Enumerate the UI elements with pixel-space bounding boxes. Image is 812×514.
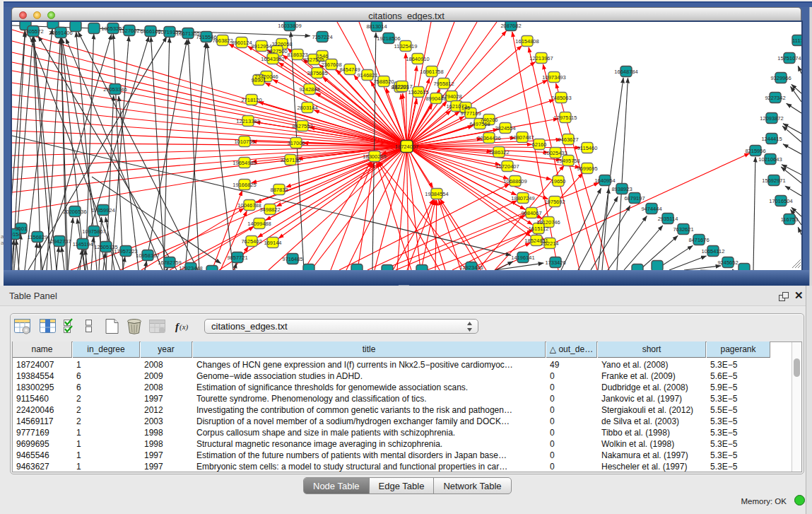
- svg-text:15692971: 15692971: [762, 177, 785, 184]
- svg-text:7485063: 7485063: [551, 95, 571, 101]
- svg-text:9329966: 9329966: [770, 75, 791, 81]
- svg-text:20691406: 20691406: [49, 30, 72, 36]
- svg-text:17957223: 17957223: [114, 248, 137, 255]
- svg-text:9474444: 9474444: [641, 206, 661, 212]
- svg-text:9777169: 9777169: [460, 110, 481, 117]
- svg-text:9716485: 9716485: [282, 256, 302, 262]
- svg-text:1362615: 1362615: [408, 89, 428, 95]
- svg-text:8990448: 8990448: [425, 95, 446, 102]
- svg-text:10046788: 10046788: [237, 202, 261, 209]
- svg-text:19650: 19650: [551, 178, 566, 185]
- svg-text:10654112: 10654112: [702, 248, 725, 255]
- svg-text:2087682: 2087682: [500, 23, 521, 29]
- svg-text:12093872: 12093872: [760, 115, 783, 122]
- svg-text:2367608: 2367608: [321, 62, 341, 68]
- svg-text:1244415: 1244415: [761, 136, 782, 142]
- svg-text:116753: 116753: [781, 216, 798, 223]
- svg-text:2935114: 2935114: [658, 216, 678, 222]
- svg-text:12923446: 12923446: [459, 264, 483, 271]
- svg-text:16961758: 16961758: [420, 69, 443, 75]
- svg-text:16154808: 16154808: [515, 38, 539, 45]
- svg-text:1010755: 1010755: [234, 139, 254, 145]
- svg-text:20364436: 20364436: [477, 135, 500, 141]
- svg-text:9084067: 9084067: [521, 210, 541, 216]
- svg-text:11325419: 11325419: [394, 43, 418, 49]
- svg-text:317006: 317006: [287, 140, 305, 146]
- svg-text:7625402: 7625402: [241, 238, 261, 245]
- svg-text:1145194: 1145194: [73, 241, 93, 247]
- svg-text:7632621: 7632621: [673, 226, 693, 233]
- svg-text:9827500: 9827500: [266, 48, 287, 54]
- svg-text:19495758: 19495758: [556, 158, 579, 164]
- svg-text:7955812: 7955812: [433, 81, 454, 87]
- svg-text:10973493: 10973493: [542, 74, 565, 81]
- svg-text:7663822: 7663822: [212, 37, 233, 44]
- svg-text:62160: 62160: [532, 141, 547, 148]
- svg-text:16648784: 16648784: [614, 69, 637, 75]
- svg-text:8215956: 8215956: [745, 148, 765, 154]
- svg-text:8960124: 8960124: [231, 40, 252, 46]
- svg-text:18300295: 18300295: [363, 153, 386, 160]
- svg-text:12942737: 12942737: [47, 238, 71, 245]
- svg-text:12213967: 12213967: [529, 55, 553, 62]
- svg-text:252214: 252214: [541, 240, 558, 247]
- svg-text:1546: 1546: [317, 53, 329, 59]
- svg-text:20206536: 20206536: [63, 209, 86, 215]
- svg-text:10210643: 10210643: [758, 156, 782, 163]
- svg-text:18807249: 18807249: [511, 195, 534, 201]
- svg-text:12975115: 12975115: [554, 115, 577, 121]
- svg-text:16120746: 16120746: [536, 219, 560, 226]
- svg-text:9699695: 9699695: [577, 165, 597, 172]
- svg-text:39154: 39154: [12, 231, 21, 238]
- svg-text:9242848: 9242848: [299, 86, 319, 93]
- svg-text:1822017: 1822017: [392, 83, 412, 90]
- svg-text:2718120: 2718120: [241, 97, 261, 103]
- svg-text:6879197: 6879197: [624, 195, 645, 201]
- svg-text:169144: 169144: [264, 240, 281, 246]
- svg-text:887833: 887833: [270, 187, 288, 193]
- svg-text:3267130: 3267130: [280, 157, 300, 163]
- svg-text:10975867: 10975867: [82, 228, 105, 235]
- svg-text:3498822: 3498822: [259, 206, 280, 213]
- svg-text:12923448: 12923448: [179, 265, 202, 271]
- svg-text:18724007: 18724007: [395, 144, 418, 150]
- svg-text:19166825: 19166825: [233, 182, 256, 188]
- svg-text:9463627: 9463627: [558, 136, 578, 143]
- svg-text:1615112: 1615112: [529, 226, 549, 232]
- svg-text:(x): (x): [180, 322, 189, 332]
- svg-text:1733426: 1733426: [545, 259, 565, 266]
- svg-text:10807487: 10807487: [510, 134, 534, 141]
- svg-text:15720407: 15720407: [495, 163, 519, 170]
- svg-text:1975692: 1975692: [544, 199, 565, 205]
- svg-text:8471676: 8471676: [688, 237, 709, 243]
- svg-text:16782759: 16782759: [158, 259, 181, 266]
- svg-text:1405572: 1405572: [23, 28, 43, 35]
- svg-text:98901: 98901: [252, 77, 266, 83]
- svg-text:3875685: 3875685: [307, 70, 327, 76]
- svg-text:19654985: 19654985: [233, 160, 256, 166]
- svg-text:10958107: 10958107: [136, 252, 159, 259]
- svg-text:16033809: 16033809: [278, 23, 301, 29]
- svg-text:17016504: 17016504: [769, 198, 792, 204]
- svg-text:1527602: 1527602: [119, 28, 139, 34]
- svg-text:15751074: 15751074: [777, 55, 801, 62]
- svg-text:9857721: 9857721: [227, 255, 247, 261]
- svg-text:1156829: 1156829: [28, 234, 48, 240]
- svg-text:18640910: 18640910: [406, 56, 429, 62]
- svg-text:29053346: 29053346: [103, 86, 126, 93]
- svg-text:1117: 1117: [792, 37, 801, 44]
- svg-text:2803144: 2803144: [297, 105, 317, 111]
- svg-text:9227342: 9227342: [765, 95, 785, 101]
- svg-text:14196141: 14196141: [511, 255, 534, 261]
- svg-text:16543982: 16543982: [261, 56, 284, 62]
- svg-text:10688609: 10688609: [503, 178, 526, 185]
- svg-text:10025433: 10025433: [543, 150, 567, 156]
- svg-text:14099488: 14099488: [247, 221, 271, 227]
- svg-text:3226058: 3226058: [271, 41, 292, 47]
- svg-text:7357224: 7357224: [312, 34, 332, 40]
- svg-text:19218506: 19218506: [377, 35, 400, 42]
- svg-text:19384554: 19384554: [425, 191, 448, 197]
- svg-text:8938923: 8938923: [611, 186, 632, 192]
- svg-text:9245652: 9245652: [717, 259, 738, 266]
- svg-text:9146821: 9146821: [357, 72, 377, 78]
